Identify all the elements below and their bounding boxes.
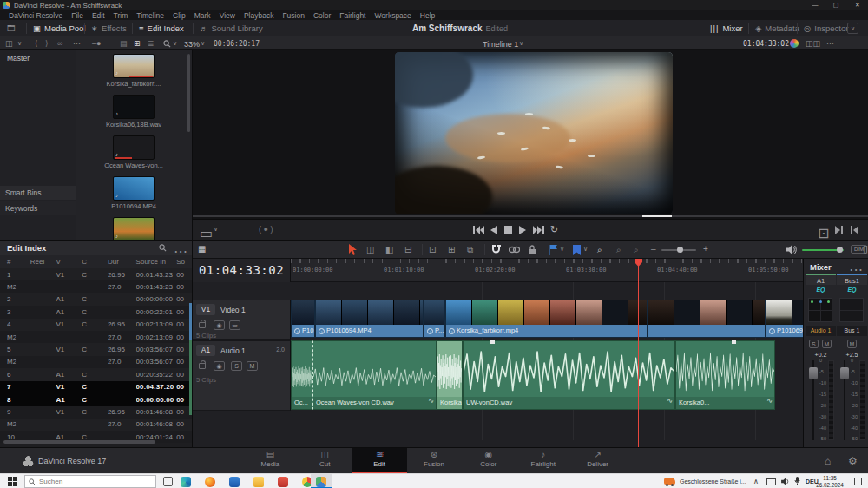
volume-fader[interactable]: [844, 360, 845, 440]
stop-icon[interactable]: [504, 226, 512, 234]
edit-index-row[interactable]: 6A1 C00:20:35:22 00: [0, 368, 192, 380]
menu-item[interactable]: Fairlight: [335, 11, 370, 20]
timeline-audio-clip-selected[interactable]: Korsika0...: [437, 340, 463, 410]
flag-icon[interactable]: [549, 245, 557, 255]
clip-thumbnail[interactable]: ♪: [113, 176, 155, 201]
dynamic-trim-mode-icon[interactable]: ◧: [385, 245, 393, 254]
page-tab[interactable]: ♪ Fairlight: [516, 448, 570, 474]
strip-tab[interactable]: A1: [806, 274, 836, 285]
zoom-out-icon[interactable]: –: [651, 244, 656, 254]
timeline-playhead[interactable]: [638, 259, 639, 447]
search-icon[interactable]: [159, 244, 167, 252]
linked-selection-icon[interactable]: [509, 246, 520, 254]
page-tab[interactable]: ⊛ Fusion: [407, 448, 462, 474]
photos-app-icon[interactable]: [278, 477, 288, 487]
taskbar-search[interactable]: [24, 475, 156, 488]
smart-bins-section[interactable]: Smart Bins: [0, 186, 76, 200]
traffic-notification-icon[interactable]: [664, 478, 675, 485]
timeline-video-clip[interactable]: ◔P1010694.MP4: [315, 300, 424, 338]
media-pool-clip[interactable]: ♪ P1010694.MP4: [90, 176, 177, 210]
timeline-video-clip[interactable]: ◔P101069...: [766, 300, 803, 338]
hidden-icons-chevron[interactable]: ∧: [753, 478, 759, 485]
maximize-button[interactable]: ▢: [826, 0, 845, 10]
play-icon[interactable]: [519, 226, 526, 234]
media-pool-scrollbar[interactable]: [187, 54, 190, 132]
column-header[interactable]: V: [56, 258, 82, 266]
fade-curve-icon[interactable]: ∿: [428, 397, 434, 407]
edit-index-row[interactable]: 9V1 C26.9500:01:46:08 00: [0, 406, 192, 418]
metadata-toggle[interactable]: ◈Metadata: [755, 20, 799, 36]
page-tab[interactable]: ↗ Deliver: [570, 448, 625, 474]
link-icon[interactable]: ∞: [57, 39, 62, 48]
media-pool-clip[interactable]: ♪: [90, 217, 177, 240]
track-id[interactable]: V1: [196, 304, 215, 315]
clip-thumbnail[interactable]: ♪: [113, 54, 155, 78]
solo-button[interactable]: S: [809, 340, 819, 348]
chevron-down-icon[interactable]: ∨: [560, 246, 564, 253]
auto-select-icon[interactable]: ◉: [214, 361, 225, 371]
timeline-audio-clip[interactable]: Ocean Waves-von CD.wav∿: [312, 340, 437, 410]
edit-index-row[interactable]: M2 27.000:02:13:09 00: [0, 331, 192, 343]
file-explorer-icon[interactable]: [253, 477, 264, 487]
page-tab[interactable]: ◉ Color: [461, 448, 516, 474]
menu-item[interactable]: Clip: [168, 11, 190, 20]
timeline-audio-clip[interactable]: Oc...: [291, 340, 312, 410]
loop-icon[interactable]: ↻: [550, 224, 558, 235]
eq-label[interactable]: EQ: [806, 287, 836, 293]
video-track-header[interactable]: V1 Video 1 ◉ ▭ 5 Clips: [193, 300, 291, 340]
mute-button[interactable]: M: [822, 340, 832, 348]
track-enable-icon[interactable]: ▭: [229, 320, 240, 330]
auto-select-icon[interactable]: ◉: [214, 320, 225, 330]
edit-index-row[interactable]: 7V1 C00:04:37:20 00: [0, 381, 192, 393]
column-header[interactable]: C: [82, 258, 108, 266]
eq-label[interactable]: EQ: [837, 287, 867, 293]
marker-icon[interactable]: [573, 245, 581, 255]
snapping-magnet-icon[interactable]: [491, 244, 501, 255]
chevron-down-icon[interactable]: ∨: [173, 40, 177, 47]
chevron-down-icon[interactable]: ∨: [17, 40, 22, 47]
chevron-down-icon[interactable]: ∨: [201, 40, 205, 47]
blade-edit-mode-icon[interactable]: ⊟: [404, 245, 411, 254]
action-center-icon[interactable]: [854, 478, 862, 485]
media-pool-clip[interactable]: ♪ Korsika_farbkorr....: [90, 54, 177, 88]
audio-track-header[interactable]: A1 Audio 1 2.0 ◉ S M 5 Clips: [193, 340, 291, 411]
minimize-button[interactable]: —: [806, 0, 825, 10]
windows-start-button[interactable]: [8, 477, 17, 486]
timeline-audio-clip[interactable]: UW-vonCD.wav∿: [463, 340, 675, 410]
keywords-section[interactable]: Keywords: [0, 201, 76, 215]
search-icon[interactable]: [163, 40, 171, 48]
play-reverse-icon[interactable]: [490, 226, 497, 234]
clip-marker[interactable]: [490, 340, 495, 344]
zoom-in-icon[interactable]: +: [703, 244, 708, 254]
timeline-video-clip[interactable]: ◔P...: [424, 300, 445, 338]
timeline-video-clip[interactable]: ◔P1010...: [291, 300, 315, 338]
ui-layout-button[interactable]: 🗔: [7, 20, 16, 36]
replace-clip-icon[interactable]: ⧉: [467, 245, 473, 255]
effects-toggle[interactable]: ∗Effects: [91, 20, 127, 36]
firefox-browser-icon[interactable]: [205, 477, 215, 487]
pan-control[interactable]: [839, 298, 864, 322]
color-viewer-icon[interactable]: [790, 39, 799, 48]
monitor-volume-slider[interactable]: [802, 249, 844, 251]
bin-master[interactable]: Master: [0, 50, 76, 63]
pan-control[interactable]: [808, 298, 832, 322]
timeline-video-clip[interactable]: [648, 300, 766, 338]
menu-item[interactable]: Edit: [88, 11, 109, 20]
timeline-view-options-icon[interactable]: ▦: [198, 244, 206, 254]
edit-index-hscrollbar[interactable]: [3, 440, 155, 444]
menu-item[interactable]: DaVinci Resolve: [4, 11, 67, 20]
column-header[interactable]: So: [176, 258, 192, 266]
menu-item[interactable]: Help: [416, 11, 439, 20]
zoom-detail-icon[interactable]: ⌕: [634, 245, 639, 255]
track-lock-icon[interactable]: [199, 363, 206, 369]
media-pool-clip[interactable]: ♪ Ocean Waves-von...: [90, 135, 177, 169]
column-header[interactable]: Dur: [108, 258, 136, 266]
list-view-icon[interactable]: ≣: [148, 39, 155, 48]
microphone-icon[interactable]: [794, 477, 800, 486]
track-lock-icon[interactable]: [199, 322, 206, 328]
fader-handle[interactable]: [840, 367, 849, 379]
speaker-icon[interactable]: [781, 478, 790, 485]
menu-item[interactable]: Trim: [109, 11, 133, 20]
edit-index-toggle[interactable]: ≡Edit Index: [139, 20, 184, 36]
go-to-start-icon[interactable]: [473, 226, 484, 234]
